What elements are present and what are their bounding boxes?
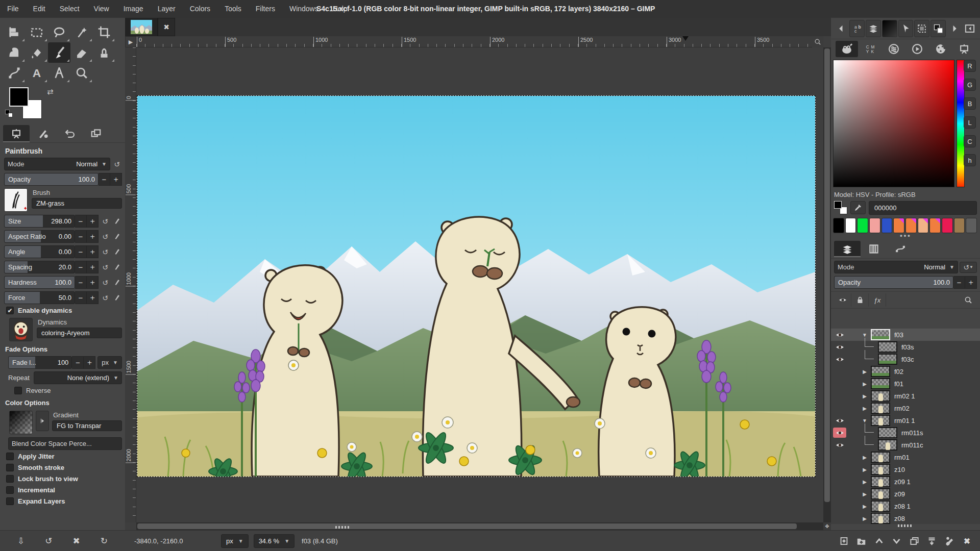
aspect-ratio-slider[interactable]: Aspect Ratio0.00 [4, 230, 75, 243]
tab-layers[interactable] [834, 241, 861, 257]
apply-jitter-row[interactable]: Apply Jitter [6, 453, 121, 460]
vertical-scrollbar[interactable] [823, 47, 831, 522]
tab-channels-dock[interactable] [883, 41, 905, 57]
horizontal-ruler[interactable]: 0500100015002000250030003500 [136, 36, 823, 47]
size-increase-button[interactable]: ＋ [87, 215, 99, 228]
lock-brush-to-view-checkbox[interactable] [6, 475, 14, 483]
angle-decrease-button[interactable]: − [75, 245, 87, 258]
tool-paintbrush[interactable] [48, 42, 70, 63]
layer-visibility-icon[interactable] [833, 342, 846, 352]
swatch-overflow-dots[interactable]: ●●● [831, 233, 980, 239]
history-swatch-7[interactable] [918, 218, 929, 233]
unit-dropdown[interactable]: px ▼ [221, 534, 249, 548]
expander-closed-icon[interactable]: ▶ [861, 369, 869, 374]
delete-layer-button[interactable]: ✖ [959, 533, 975, 548]
horizontal-scrollbar-thumb[interactable] [137, 523, 797, 529]
channel-b-button[interactable]: B [964, 97, 976, 110]
layer-thumbnail[interactable] [871, 476, 890, 487]
history-swatch-2[interactable] [857, 218, 868, 233]
expander-open-icon[interactable]: ▼ [861, 418, 869, 423]
aspect-ratio-increase-button[interactable]: ＋ [87, 230, 99, 243]
tool-clone[interactable] [93, 42, 115, 63]
channel-r-button[interactable]: R [964, 60, 976, 72]
layer-thumbnail[interactable] [878, 341, 897, 353]
expander-closed-icon[interactable]: ▶ [861, 504, 869, 509]
expander-closed-icon[interactable]: ▶ [861, 479, 869, 485]
canvas-image[interactable] [137, 96, 815, 477]
layer-row-rm02[interactable]: ▶rm02 [831, 402, 980, 414]
smooth-stroke-checkbox[interactable] [6, 464, 14, 471]
tab-undo-history[interactable] [56, 125, 83, 142]
zoom-follow-window-icon[interactable] [812, 36, 823, 47]
layer-row-rm011c[interactable]: rm011c [831, 439, 980, 451]
scroll-right-icon[interactable] [947, 20, 962, 37]
navigation-icon[interactable]: ✥ [823, 522, 831, 530]
foreground-color-swatch[interactable] [9, 87, 29, 107]
default-colors-icon[interactable] [5, 110, 13, 118]
layer-row-z09[interactable]: ▶z09 [831, 488, 980, 500]
colors-icon[interactable] [930, 20, 946, 37]
layer-row-f03[interactable]: ▼f03 [831, 329, 980, 341]
hex-color-input[interactable]: 000000 [869, 201, 977, 215]
layer-visibility-icon[interactable] [833, 330, 846, 340]
incremental-row[interactable]: Incremental [6, 486, 121, 494]
aspect-ratio-stylus-button[interactable] [112, 231, 122, 242]
expander-closed-icon[interactable]: ▶ [861, 406, 869, 411]
tab-tool-options[interactable] [3, 125, 30, 142]
layer-row-f02[interactable]: ▶f02 [831, 365, 980, 378]
saturation-value-square[interactable] [833, 60, 954, 187]
tool-zoom[interactable] [70, 63, 93, 83]
layer-row-z08-1[interactable]: ▶z08 1 [831, 500, 980, 512]
smooth-stroke-row[interactable]: Smooth stroke [6, 464, 121, 471]
layer-thumbnail[interactable] [878, 354, 897, 365]
layer-visibility-icon[interactable] [833, 415, 846, 425]
size-slider[interactable]: Size298.00 [4, 215, 75, 228]
tool-free-select[interactable] [48, 22, 70, 42]
angle-slider[interactable]: Angle0.00 [4, 245, 75, 258]
tab-paths[interactable] [887, 241, 914, 257]
blend-color-space-dropdown[interactable]: Blend Color Space Perce... [8, 437, 122, 450]
spacing-stylus-button[interactable] [112, 262, 122, 273]
layer-opacity-decrease-button[interactable]: − [953, 276, 965, 289]
angle-stylus-button[interactable] [112, 246, 122, 258]
spacing-reset-button[interactable]: ↺ [100, 262, 110, 273]
incremental-checkbox[interactable] [6, 486, 14, 494]
angle-reset-button[interactable]: ↺ [100, 246, 110, 258]
apply-jitter-checkbox[interactable] [6, 453, 14, 460]
fade-length-slider[interactable]: Fade l... 100 [8, 356, 72, 369]
layer-opacity-slider[interactable]: Opacity 100.0 [834, 276, 953, 289]
layer-thumbnail[interactable] [871, 464, 890, 475]
tab-images[interactable] [83, 125, 109, 142]
tab-brushes[interactable] [836, 41, 858, 57]
layer-stack-icon[interactable] [866, 20, 881, 37]
menu-colors[interactable]: Colors [183, 0, 217, 18]
opacity-increase-button[interactable]: ＋ [110, 173, 122, 186]
dock-collapse-icon[interactable] [963, 20, 977, 37]
history-swatch-6[interactable] [905, 218, 917, 233]
opacity-slider[interactable]: Opacity 100.0 [4, 173, 99, 186]
enable-dynamics-checkbox[interactable] [6, 307, 14, 314]
reverse-row[interactable]: Reverse [14, 387, 121, 394]
aspect-ratio-decrease-button[interactable]: − [75, 230, 87, 243]
hardness-decrease-button[interactable]: − [75, 276, 87, 289]
zoom-dropdown[interactable]: 34.6 % ▼ [254, 534, 295, 548]
layer-mode-dropdown[interactable]: Mode Normal ▼ [834, 261, 958, 273]
tool-eraser[interactable] [70, 42, 93, 63]
ruler-corner-button[interactable]: ▶ [125, 36, 136, 47]
gradient-preview[interactable] [882, 20, 897, 37]
new-group-button[interactable] [853, 533, 870, 548]
force-decrease-button[interactable]: − [75, 291, 87, 304]
mini-fg-bg-swatch[interactable] [834, 201, 847, 214]
menu-layer[interactable]: Layer [151, 0, 183, 18]
layer-row-f03s[interactable]: f03s [831, 341, 980, 353]
menu-file[interactable]: File [0, 0, 26, 18]
history-swatch-8[interactable] [929, 218, 941, 233]
hardness-increase-button[interactable]: ＋ [87, 276, 99, 289]
menu-view[interactable]: View [87, 0, 116, 18]
hardness-slider[interactable]: Hardness100.0 [4, 276, 75, 289]
horizontal-scrollbar[interactable] [136, 522, 823, 530]
tab-tool-options-dock[interactable] [953, 41, 975, 57]
expander-closed-icon[interactable]: ▶ [861, 467, 869, 472]
search-icon[interactable] [960, 293, 977, 307]
hardness-reset-button[interactable]: ↺ [100, 277, 110, 288]
